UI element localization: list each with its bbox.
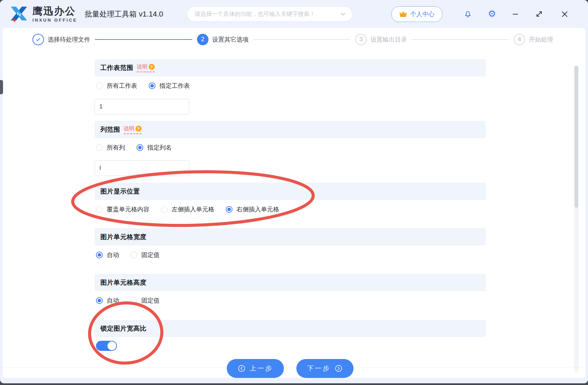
brand-text: 鹰迅办公 INXUN OFFICE [32, 6, 77, 22]
logo-x-icon [9, 5, 28, 23]
app-title: 批量处理工具箱 v1.14.0 [85, 9, 163, 19]
circle-arrow-left-icon [238, 364, 246, 373]
radio-icon[interactable] [130, 252, 137, 258]
search-input[interactable] [194, 10, 339, 18]
section-image-cell-width: 图片单元格宽度 [95, 228, 486, 246]
radio-width-auto[interactable]: 自动 [96, 251, 119, 259]
function-search-select[interactable] [187, 6, 352, 22]
section-title: 图片单元格高度 [100, 278, 147, 287]
worksheet-range-options: 所有工作表 指定工作表 [95, 81, 486, 91]
wizard-footer: 上一步 下一步 [95, 359, 486, 378]
radio-icon[interactable] [226, 206, 232, 213]
minimize-button[interactable] [512, 10, 519, 18]
column-range-options: 所有列 指定列名 [95, 143, 486, 153]
section-column-range: 列范围 说明 ? [95, 121, 486, 138]
step-2-set-options[interactable]: 2 设置其它选项 [197, 34, 249, 45]
step-connector [412, 39, 509, 40]
brand-name: 鹰迅办公 [32, 6, 77, 16]
section-lock-aspect-ratio: 锁定图片宽高比 [95, 320, 486, 337]
step-3-number: 3 [355, 34, 367, 45]
bell-icon [463, 9, 472, 19]
vertical-scrollbar[interactable] [574, 65, 579, 373]
question-mark-icon: ? [149, 64, 155, 70]
step-label: 设置输出目录 [370, 35, 407, 44]
radio-icon[interactable] [96, 297, 103, 304]
worksheet-index-input[interactable] [95, 99, 189, 114]
radio-overwrite-cell[interactable]: 覆盖单元格内容 [96, 205, 149, 213]
radio-all-worksheets[interactable]: 所有工作表 [96, 82, 137, 90]
screen: 鹰迅办公 INXUN OFFICE 批量处理工具箱 v1.14.0 个人中心 [0, 0, 588, 385]
settings-button[interactable]: ⚙ [488, 9, 496, 19]
radio-height-fixed[interactable]: 固定值 [130, 297, 160, 305]
image-position-options: 覆盖单元格内容 左侧插入单元格 右侧插入单元格 [95, 204, 486, 214]
radio-icon[interactable] [161, 206, 168, 213]
image-cell-width-options: 自动 固定值 [95, 250, 486, 260]
radio-icon[interactable] [96, 252, 103, 258]
main-panel: 选择待处理文件 2 设置其它选项 3 设置输出目录 4 开始处理 [3, 28, 585, 378]
step-3-output-dir[interactable]: 3 设置输出目录 [355, 34, 407, 45]
app-logo: 鹰迅办公 INXUN OFFICE [9, 5, 77, 23]
step-label: 选择待处理文件 [48, 35, 90, 44]
column-range-help-link[interactable]: 说明 ? [124, 125, 142, 134]
worksheet-range-help-link[interactable]: 说明 ? [137, 63, 155, 72]
circle-arrow-right-icon [335, 364, 343, 373]
section-title: 工作表范围 [100, 63, 133, 72]
section-title: 图片单元格宽度 [100, 233, 147, 241]
section-title: 列范围 [100, 125, 120, 134]
radio-width-fixed[interactable]: 固定值 [130, 251, 160, 259]
radio-icon[interactable] [137, 144, 143, 151]
step-4-number: 4 [514, 34, 525, 45]
app-window: 鹰迅办公 INXUN OFFICE 批量处理工具箱 v1.14.0 个人中心 [0, 0, 588, 383]
radio-height-auto[interactable]: 自动 [96, 297, 119, 305]
step-label: 开始处理 [529, 35, 553, 44]
radio-icon[interactable] [96, 82, 103, 89]
radio-all-columns[interactable]: 所有列 [96, 144, 125, 152]
minimize-icon [512, 10, 519, 18]
radio-insert-right[interactable]: 右侧插入单元格 [226, 205, 279, 213]
step-connector [253, 39, 351, 40]
brand-subtitle: INXUN OFFICE [32, 18, 77, 22]
section-worksheet-range: 工作表范围 说明 ? [95, 59, 486, 76]
crown-icon [399, 11, 407, 17]
help-label: 说明 [124, 125, 134, 132]
step-label: 设置其它选项 [212, 35, 249, 44]
radio-specified-columns[interactable]: 指定列名 [137, 144, 172, 152]
close-button[interactable] [561, 10, 569, 18]
step-2-number: 2 [197, 34, 209, 45]
section-title: 锁定图片宽高比 [100, 324, 147, 333]
chevron-down-icon[interactable] [339, 10, 347, 18]
column-name-input[interactable] [95, 160, 189, 176]
background-window-edge [0, 80, 3, 94]
options-form: 工作表范围 说明 ? 所有工作表 指定工作表 [95, 59, 486, 378]
toggle-knob [107, 341, 116, 350]
step-1-select-files[interactable]: 选择待处理文件 [32, 34, 90, 45]
previous-step-button[interactable]: 上一步 [227, 359, 284, 378]
radio-icon[interactable] [130, 297, 137, 304]
close-icon [561, 10, 569, 18]
lock-aspect-ratio-toggle[interactable] [96, 341, 117, 351]
radio-specified-worksheets[interactable]: 指定工作表 [149, 82, 190, 90]
scrollbar-thumb[interactable] [574, 66, 578, 208]
notifications-button[interactable] [463, 9, 472, 19]
question-mark-icon: ? [136, 126, 142, 132]
section-image-cell-height: 图片单元格高度 [95, 274, 486, 291]
section-title: 图片显示位置 [100, 187, 140, 196]
step-connector [95, 39, 192, 40]
radio-insert-left[interactable]: 左侧插入单元格 [161, 205, 214, 213]
title-bar: 鹰迅办公 INXUN OFFICE 批量处理工具箱 v1.14.0 个人中心 [0, 0, 588, 28]
next-step-button[interactable]: 下一步 [296, 359, 353, 378]
radio-icon[interactable] [149, 82, 155, 89]
step-indicator: 选择待处理文件 2 设置其它选项 3 设置输出目录 4 开始处理 [3, 28, 585, 47]
maximize-button[interactable] [535, 10, 543, 18]
image-cell-height-options: 自动 固定值 [95, 296, 486, 306]
personal-center-label: 个人中心 [410, 10, 435, 18]
gear-icon: ⚙ [488, 9, 496, 19]
maximize-icon [535, 10, 543, 18]
help-label: 说明 [137, 63, 148, 71]
check-icon [35, 36, 41, 43]
section-image-position: 图片显示位置 [95, 183, 486, 200]
personal-center-button[interactable]: 个人中心 [391, 6, 442, 22]
radio-icon[interactable] [96, 144, 103, 151]
step-4-start[interactable]: 4 开始处理 [514, 34, 553, 45]
radio-icon[interactable] [96, 206, 103, 213]
